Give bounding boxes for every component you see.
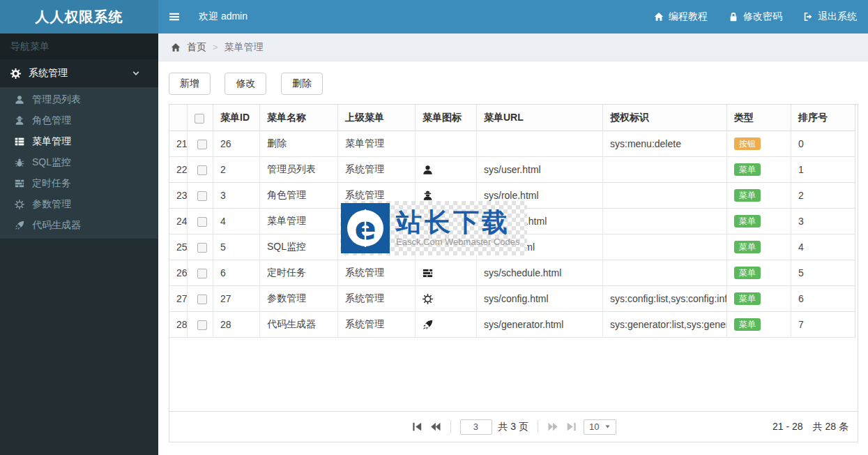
nav-link-label: 修改密码 (743, 10, 782, 23)
cell-select (188, 260, 213, 286)
user-icon (422, 165, 433, 175)
cell-type: 按钮 (727, 131, 791, 157)
row-checkbox[interactable] (197, 243, 207, 253)
cell-menu-name: 管理员列表 (260, 157, 338, 183)
table-header-row: 菜单ID 菜单名称 上级菜单 菜单图标 菜单URL 授权标识 类型 排序号 (169, 105, 855, 131)
select-all-checkbox[interactable] (195, 114, 204, 124)
cell-order: 4 (791, 234, 855, 260)
nav-link-logout[interactable]: 退出系统 (803, 10, 857, 23)
total-pages-label: 共 3 页 (498, 421, 528, 433)
chevron-down-icon (132, 69, 140, 77)
sidebar-item-label: 管理员列表 (32, 94, 81, 106)
cell-order: 2 (791, 183, 855, 209)
gear-outline-icon (15, 200, 24, 209)
breadcrumb-home-link[interactable]: 首页 (187, 41, 206, 54)
type-badge-menu: 菜单 (734, 318, 761, 331)
edit-button[interactable]: 修改 (224, 73, 266, 95)
sidebar-toggle-button[interactable] (158, 0, 190, 33)
row-checkbox[interactable] (197, 320, 207, 330)
header-type[interactable]: 类型 (727, 105, 791, 131)
table-row[interactable]: 28 28 代码生成器 系统管理 sys/generator.html sys:… (169, 312, 855, 338)
sidebar-item-role-management[interactable]: 角色管理 (0, 110, 158, 131)
header-perms[interactable]: 授权标识 (603, 105, 727, 131)
caret-down-icon (604, 424, 611, 430)
type-badge-menu: 菜单 (734, 189, 761, 202)
cell-menu-icon (416, 286, 477, 312)
sidebar-submenu: 管理员列表 角色管理 菜单管理 SQL监控 定时任务 参数管理 代码生成器 (0, 87, 158, 239)
page-number-input[interactable] (459, 419, 492, 435)
cell-order: 7 (791, 312, 855, 338)
user-icon (15, 95, 24, 105)
pager-controls: 共 3 页 10 (411, 419, 616, 435)
delete-button[interactable]: 删除 (281, 73, 323, 95)
tasks-icon (422, 268, 433, 278)
table-row[interactable]: 27 27 参数管理 系统管理 sys/config.html sys:conf… (169, 286, 855, 312)
row-checkbox[interactable] (197, 140, 207, 149)
sidebar-item-parameter-management[interactable]: 参数管理 (0, 194, 158, 215)
cell-perms (603, 209, 727, 234)
cell-parent-menu: 系统管理 (338, 312, 416, 338)
nav-link-change-password[interactable]: 修改密码 (729, 10, 782, 23)
cell-select (188, 209, 213, 234)
sidebar-item-scheduled-tasks[interactable]: 定时任务 (0, 173, 158, 194)
previous-page-button[interactable] (429, 421, 441, 433)
header-order[interactable]: 排序号 (791, 105, 855, 131)
cell-perms: sys:generator:list,sys:generator (603, 312, 727, 338)
cell-perms (603, 260, 727, 286)
header-menu-id[interactable]: 菜单ID (213, 105, 260, 131)
cell-menu-name: 角色管理 (260, 183, 338, 209)
page-size-select[interactable]: 10 (584, 419, 616, 435)
row-checkbox[interactable] (197, 269, 207, 278)
row-checkbox[interactable] (197, 217, 207, 227)
cell-parent-menu: 系统管理 (338, 260, 416, 286)
next-page-button[interactable] (547, 421, 559, 433)
cell-menu-id: 6 (213, 260, 260, 286)
cell-type: 菜单 (727, 234, 791, 260)
sidebar-item-menu-management[interactable]: 菜单管理 (0, 131, 158, 152)
cell-rownum: 28 (169, 312, 188, 338)
sidebar-item-sql-monitor[interactable]: SQL监控 (0, 152, 158, 173)
nav-link-tutorial[interactable]: 编程教程 (654, 10, 708, 23)
breadcrumb-separator: > (213, 42, 218, 52)
row-checkbox[interactable] (197, 191, 207, 201)
table-row[interactable]: 21 26 删除 菜单管理 sys:menu:delete 按钮 0 (169, 131, 855, 157)
cell-type: 菜单 (727, 286, 791, 312)
cell-menu-name: SQL监控 (260, 234, 338, 260)
type-badge-menu: 菜单 (734, 241, 761, 253)
header-menu-icon[interactable]: 菜单图标 (416, 105, 477, 131)
sidebar-item-code-generator[interactable]: 代码生成器 (0, 215, 158, 236)
first-page-button[interactable] (411, 421, 422, 433)
cell-menu-id: 4 (213, 209, 260, 234)
cell-order: 1 (791, 157, 855, 183)
cell-menu-url: sys/config.html (477, 286, 603, 312)
cell-perms (603, 234, 727, 260)
sidebar-item-label: 定时任务 (32, 177, 71, 190)
cell-select (188, 312, 213, 338)
gear-outline-icon (422, 294, 433, 304)
watermark-title: 站长下载 (396, 209, 520, 237)
cell-rownum: 22 (169, 157, 188, 183)
header-parent-menu[interactable]: 上级菜单 (338, 105, 416, 131)
last-page-button[interactable] (565, 421, 577, 433)
row-checkbox[interactable] (197, 165, 207, 175)
home-icon (654, 12, 664, 22)
app-logo[interactable]: 人人权限系统 (0, 0, 158, 33)
cell-type: 菜单 (727, 183, 791, 209)
sidebar-group-label: 系统管理 (29, 67, 68, 80)
header-select-all[interactable] (188, 105, 213, 131)
header-menu-url[interactable]: 菜单URL (477, 105, 603, 131)
sidebar-group-system-management[interactable]: 系统管理 (0, 59, 158, 87)
record-total: 共 28 条 (813, 421, 848, 433)
header-menu-name[interactable]: 菜单名称 (260, 105, 338, 131)
toolbar: 新增 修改 删除 (169, 73, 868, 95)
table-row[interactable]: 26 6 定时任务 系统管理 sys/schedule.html 菜单 5 (169, 260, 855, 286)
cell-select (188, 286, 213, 312)
add-button[interactable]: 新增 (169, 73, 211, 95)
sidebar-item-admin-list[interactable]: 管理员列表 (0, 89, 158, 110)
header-rownum (169, 105, 188, 131)
cell-menu-url: sys/user.html (477, 157, 603, 183)
record-range: 21 - 28 (772, 421, 803, 433)
page-size-value: 10 (589, 422, 599, 432)
table-row[interactable]: 22 2 管理员列表 系统管理 sys/user.html 菜单 1 (169, 157, 855, 183)
row-checkbox[interactable] (197, 294, 207, 304)
